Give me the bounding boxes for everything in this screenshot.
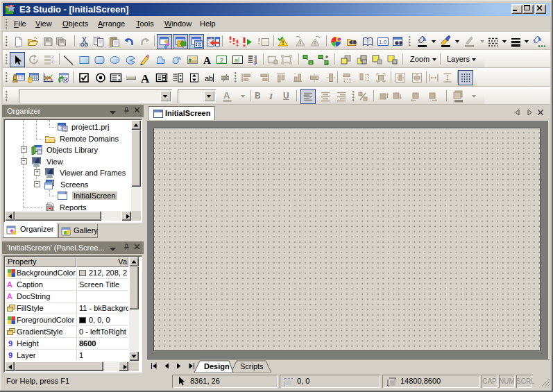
svg-text:Design: Design <box>204 362 230 370</box>
svg-text:R: R <box>49 206 52 211</box>
svg-text:Scripts: Scripts <box>240 362 264 370</box>
svg-text:2: 2 <box>51 59 54 63</box>
svg-text:1.0: 1.0 <box>379 39 387 45</box>
svg-text:.2: .2 <box>219 57 224 64</box>
svg-text:ab: ab <box>205 74 213 83</box>
svg-text:al: al <box>235 57 239 64</box>
svg-text:A: A <box>223 90 230 101</box>
svg-text:A: A <box>203 55 211 65</box>
svg-text:A: A <box>141 72 150 83</box>
